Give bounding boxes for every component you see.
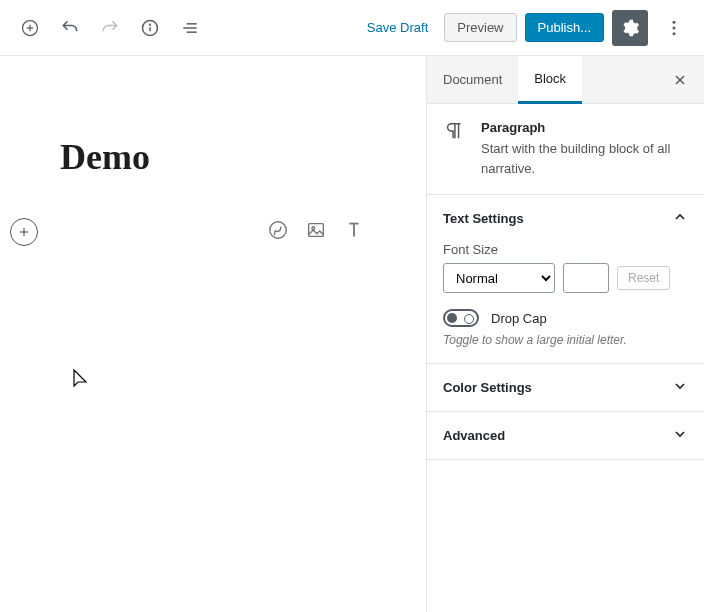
drop-cap-label: Drop Cap bbox=[491, 311, 547, 326]
paragraph-icon bbox=[443, 120, 467, 178]
main-area: Demo Document Block bbox=[0, 56, 704, 612]
font-size-input[interactable] bbox=[563, 263, 609, 293]
heading-inserter-icon[interactable] bbox=[342, 218, 366, 242]
more-menu-button[interactable] bbox=[656, 10, 692, 46]
svg-point-10 bbox=[673, 26, 676, 29]
quote-inserter-icon[interactable] bbox=[266, 218, 290, 242]
preview-button[interactable]: Preview bbox=[444, 13, 516, 42]
mouse-cursor bbox=[72, 368, 90, 395]
publish-button[interactable]: Publish... bbox=[525, 13, 604, 42]
editor-canvas[interactable]: Demo bbox=[0, 56, 426, 612]
svg-point-9 bbox=[673, 20, 676, 23]
settings-sidebar: Document Block Paragraph Start with the … bbox=[426, 56, 704, 612]
text-settings-panel: Text Settings Font Size Normal Reset Dro… bbox=[427, 195, 704, 364]
info-button[interactable] bbox=[132, 10, 168, 46]
drop-cap-toggle[interactable] bbox=[443, 309, 479, 327]
post-title[interactable]: Demo bbox=[60, 136, 366, 178]
advanced-header[interactable]: Advanced bbox=[427, 412, 704, 459]
advanced-panel: Advanced bbox=[427, 412, 704, 460]
add-block-inline-button[interactable] bbox=[10, 218, 38, 246]
advanced-title: Advanced bbox=[443, 428, 505, 443]
reset-button[interactable]: Reset bbox=[617, 266, 670, 290]
toolbar-left bbox=[12, 10, 208, 46]
font-size-label: Font Size bbox=[443, 242, 688, 257]
sidebar-tabs: Document Block bbox=[427, 56, 704, 104]
svg-point-14 bbox=[270, 222, 287, 239]
settings-button[interactable] bbox=[612, 10, 648, 46]
top-toolbar: Save Draft Preview Publish... bbox=[0, 0, 704, 56]
toolbar-right: Save Draft Preview Publish... bbox=[359, 10, 692, 46]
block-description: Start with the building block of all nar… bbox=[481, 139, 688, 178]
redo-button[interactable] bbox=[92, 10, 128, 46]
block-title: Paragraph bbox=[481, 120, 688, 135]
save-draft-button[interactable]: Save Draft bbox=[359, 14, 436, 41]
svg-point-5 bbox=[150, 24, 151, 25]
text-settings-header[interactable]: Text Settings bbox=[427, 195, 704, 242]
block-quick-inserters bbox=[266, 218, 366, 242]
chevron-down-icon bbox=[672, 378, 688, 397]
block-info-panel: Paragraph Start with the building block … bbox=[427, 104, 704, 195]
text-settings-title: Text Settings bbox=[443, 211, 524, 226]
image-inserter-icon[interactable] bbox=[304, 218, 328, 242]
outline-button[interactable] bbox=[172, 10, 208, 46]
close-sidebar-button[interactable] bbox=[664, 64, 696, 96]
tab-document[interactable]: Document bbox=[427, 56, 518, 104]
empty-paragraph-block[interactable] bbox=[60, 218, 366, 242]
chevron-up-icon bbox=[672, 209, 688, 228]
chevron-down-icon bbox=[672, 426, 688, 445]
undo-button[interactable] bbox=[52, 10, 88, 46]
svg-point-11 bbox=[673, 32, 676, 35]
color-settings-panel: Color Settings bbox=[427, 364, 704, 412]
svg-rect-15 bbox=[309, 224, 324, 237]
tab-block[interactable]: Block bbox=[518, 56, 582, 104]
drop-cap-hint: Toggle to show a large initial letter. bbox=[443, 333, 688, 347]
color-settings-title: Color Settings bbox=[443, 380, 532, 395]
color-settings-header[interactable]: Color Settings bbox=[427, 364, 704, 411]
add-block-button[interactable] bbox=[12, 10, 48, 46]
font-size-select[interactable]: Normal bbox=[443, 263, 555, 293]
